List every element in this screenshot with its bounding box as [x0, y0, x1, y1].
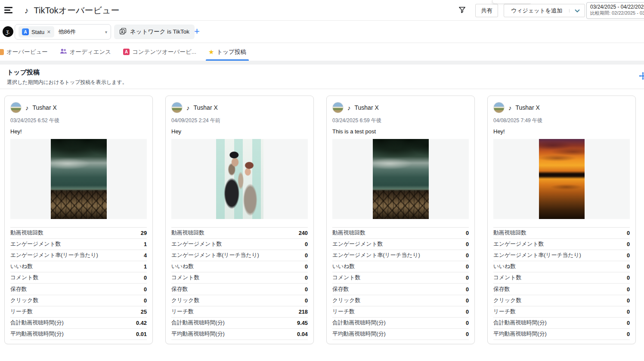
metric-value: 0: [466, 286, 469, 293]
metric-label: 合計動画視聴時間(分): [493, 319, 547, 327]
add-filter-button[interactable]: +: [194, 26, 200, 37]
metric-row: コメント数0: [493, 272, 630, 284]
metric-value: 0: [305, 297, 308, 304]
metric-label: エンゲージメント数: [171, 241, 222, 248]
metric-row: 合計動画視聴時間(分)0: [493, 318, 630, 329]
app-a-icon: A: [22, 28, 29, 35]
metrics-table: 動画視聴回数29エンゲージメント数1エンゲージメント率(リーチ当たり)4いいね数…: [10, 227, 147, 340]
metric-value: 0: [466, 252, 469, 259]
workspace-avatar[interactable]: ʒ.: [3, 26, 13, 37]
metric-value: 0: [466, 275, 469, 281]
filter-bar: ʒ. A Statu × 他86件 ▾ ネットワーク is TikTok +: [0, 21, 644, 43]
widget-header: トップ投稿 選択した期間内におけるトップ投稿を表示します。: [0, 65, 644, 89]
profile-filter-group[interactable]: A Statu × 他86件 ▾: [15, 24, 111, 40]
metric-label: クリック数: [493, 297, 521, 304]
metric-label: コメント数: [332, 274, 360, 281]
add-widget-chevron-down-icon[interactable]: [569, 9, 585, 12]
funnel-filter-icon[interactable]: [458, 6, 466, 15]
metric-value: 0: [627, 286, 630, 293]
metric-label: いいね数: [171, 263, 194, 270]
caret-down-icon[interactable]: ▾: [105, 30, 107, 34]
metric-row: 動画視聴回数0: [332, 228, 469, 239]
metric-value: 0: [627, 297, 630, 304]
metric-label: エンゲージメント率(リーチ当たり): [171, 252, 259, 259]
metric-label: 保存数: [10, 286, 27, 293]
metric-label: 平均動画視聴時間(分): [10, 330, 64, 338]
tab-top-posts[interactable]: ★ トップ投稿: [207, 43, 247, 61]
close-icon[interactable]: ×: [47, 29, 50, 35]
metrics-table: 動画視聴回数0エンゲージメント数0エンゲージメント率(リーチ当たり)0いいね数0…: [332, 227, 469, 340]
metric-value: 0: [466, 241, 469, 247]
metric-row: エンゲージメント率(リーチ当たり)0: [493, 250, 630, 261]
widget-title: トップ投稿: [7, 68, 40, 77]
post-datetime: 03/24/2025 6:59 午後: [332, 117, 469, 124]
metric-label: 動画視聴回数: [171, 229, 204, 237]
tiktok-overview-dashboard: ♪ TikTokオーバービュー 共有 ウィジェットを追加 03/24/2025 …: [0, 0, 644, 361]
metric-label: 動画視聴回数: [10, 229, 43, 237]
network-filter-chip[interactable]: ネットワーク is TikTok: [114, 25, 195, 39]
network-chip-label: ネットワーク is TikTok: [130, 28, 189, 36]
date-range-picker[interactable]: 03/24/2025 - 04/22/2025 比較期間: 02/22/2025…: [586, 2, 644, 19]
metric-value: 25: [141, 309, 147, 315]
metric-row: エンゲージメント率(リーチ当たり)4: [10, 250, 147, 261]
profile-filter-chip[interactable]: A Statu ×: [19, 26, 54, 37]
hamburger-menu-icon[interactable]: [4, 7, 13, 14]
overview-tab-icon: [0, 49, 4, 55]
metric-row: クリック数0: [10, 295, 147, 306]
top-bar: ♪ TikTokオーバービュー 共有 ウィジェットを追加 03/24/2025 …: [0, 0, 644, 21]
metric-label: リーチ数: [332, 308, 355, 315]
metric-row: エンゲージメント率(リーチ当たり)0: [171, 250, 308, 261]
metric-value: 0: [466, 320, 469, 326]
metric-value: 0: [466, 309, 469, 315]
metric-label: クリック数: [332, 297, 360, 304]
author-name: Tushar X: [355, 104, 379, 111]
author-name: Tushar X: [33, 104, 57, 111]
metric-row: エンゲージメント数0: [493, 239, 630, 250]
metric-value: 0: [627, 331, 630, 337]
tab-overview[interactable]: オーバービュー: [0, 43, 49, 61]
metric-label: コメント数: [493, 274, 521, 281]
tab-audience[interactable]: オーディエンス: [59, 43, 112, 61]
metric-row: エンゲージメント率(リーチ当たり)0: [332, 250, 469, 261]
author-avatar: [171, 102, 183, 113]
metric-value: 0: [305, 252, 308, 259]
metric-value: 0: [627, 320, 630, 326]
tiktok-note-icon: ♪: [25, 104, 29, 111]
post-media-strip: [10, 139, 147, 219]
metric-row: 平均動画視聴時間(分)0: [493, 329, 630, 340]
post-header: ♪ Tushar X: [493, 102, 630, 113]
date-range-value: 03/24/2025 - 04/22/2025: [590, 4, 644, 10]
move-widget-icon[interactable]: [639, 72, 644, 82]
post-header: ♪ Tushar X: [332, 102, 469, 113]
post-card: ♪ Tushar X 04/08/2025 7:49 午後 Hey! 動画視聴回…: [487, 96, 636, 344]
metric-value: 0: [305, 286, 308, 293]
metric-value: 0.42: [136, 320, 147, 326]
share-button[interactable]: 共有: [475, 4, 498, 17]
dark-lake-boardwalk-photo: [51, 139, 107, 219]
post-header: ♪ Tushar X: [10, 102, 147, 113]
metric-row: 平均動画視聴時間(分)0.04: [171, 329, 308, 340]
metric-row: リーチ数218: [171, 306, 308, 318]
metric-label: いいね数: [493, 263, 516, 270]
post-header: ♪ Tushar X: [171, 102, 308, 113]
metric-row: 合計動画視聴時間(分)9.45: [171, 318, 308, 329]
metric-label: コメント数: [171, 274, 199, 281]
metric-row: リーチ数25: [10, 306, 147, 318]
sunset-lake-photo: [539, 139, 585, 219]
post-datetime: 04/09/2025 2:24 午前: [171, 117, 308, 124]
tab-content-overview[interactable]: A コンテンツオーバービ...: [122, 43, 197, 61]
metric-value: 0: [627, 309, 630, 315]
metric-value: 0: [144, 275, 147, 281]
metric-value: 0: [305, 241, 308, 247]
star-icon: ★: [208, 48, 214, 56]
post-text: This is a test post: [332, 128, 469, 135]
metric-row: クリック数0: [493, 295, 630, 306]
post-card: ♪ Tushar X 03/24/2025 6:52 午後 Hey! 動画視聴回…: [4, 96, 153, 344]
author-name: Tushar X: [516, 104, 540, 111]
add-widget-button-group: ウィジェットを追加: [504, 4, 585, 17]
add-widget-button[interactable]: ウィジェットを追加: [504, 7, 569, 15]
metric-row: コメント数0: [171, 272, 308, 284]
metric-label: 合計動画視聴時間(分): [10, 319, 64, 327]
content-a-icon: A: [123, 49, 130, 55]
metric-row: エンゲージメント数0: [332, 239, 469, 250]
